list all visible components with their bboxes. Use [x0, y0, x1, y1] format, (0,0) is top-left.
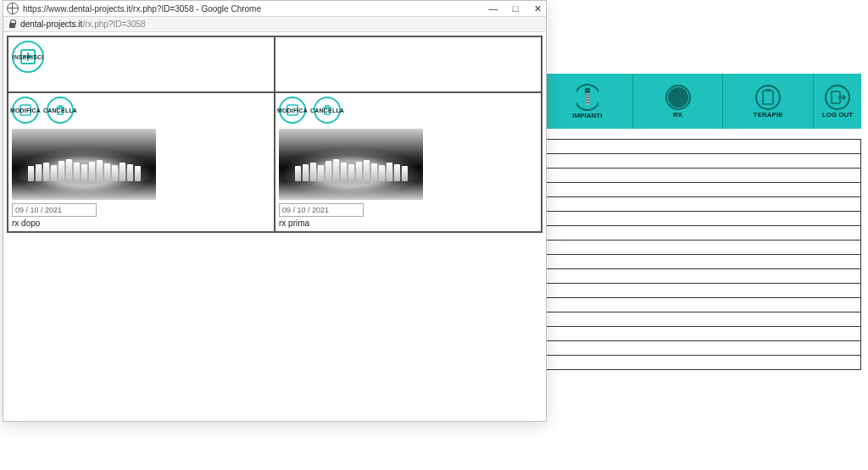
clipboard-icon: [755, 84, 781, 111]
table-row[interactable]: [542, 212, 861, 226]
cancella-button[interactable]: CANCELLA: [314, 97, 341, 124]
modifica-button[interactable]: MODIFICA: [12, 97, 39, 124]
empty-cell: [275, 36, 542, 92]
xray-image[interactable]: [12, 129, 156, 200]
table-row[interactable]: [542, 327, 861, 341]
svg-rect-1: [585, 88, 590, 93]
inserisci-label: INSERISCI: [13, 54, 44, 60]
table-row[interactable]: [542, 169, 861, 183]
table-row[interactable]: [542, 255, 861, 269]
svg-rect-6: [763, 91, 773, 104]
rx-panel-prima: MODIFICA CANCELLA rx prima: [275, 92, 542, 232]
address-bar[interactable]: dental-projects.it/rx.php?ID=3058: [3, 17, 546, 32]
table-row[interactable]: [542, 226, 861, 241]
rx-panel-dopo: MODIFICA CANCELLA rx dopo: [8, 92, 275, 232]
viewer-area: [7, 233, 542, 416]
cancella-label: CANCELLA: [43, 108, 77, 113]
popup-window: https://www.dental-projects.it/rx.php?ID…: [3, 0, 547, 422]
close-button[interactable]: ✕: [532, 3, 542, 14]
svg-rect-7: [765, 89, 771, 91]
table-row[interactable]: [542, 356, 861, 370]
modifica-label: MODIFICA: [277, 108, 308, 113]
nav-label: LOG OUT: [822, 111, 853, 119]
table-row[interactable]: [542, 341, 861, 356]
nav-label: IMPIANTI: [572, 112, 602, 119]
cancella-label: CANCELLA: [310, 108, 344, 113]
radiation-icon: [665, 84, 692, 111]
modifica-button[interactable]: MODIFICA: [279, 97, 306, 124]
maximize-button[interactable]: □: [510, 3, 520, 14]
nav-label: RX: [673, 111, 682, 119]
inserisci-button[interactable]: INSERISCI: [12, 41, 44, 73]
caption: rx prima: [279, 218, 537, 228]
table-row[interactable]: [542, 183, 861, 197]
titlebar: https://www.dental-projects.it/rx.php?ID…: [3, 1, 546, 17]
url-host: dental-projects.it: [20, 19, 82, 29]
nav-label: TERAPIE: [754, 111, 783, 119]
table-row[interactable]: [542, 241, 861, 255]
lock-icon: [8, 19, 16, 29]
nav-rx[interactable]: RX: [633, 74, 724, 129]
table-row[interactable]: [542, 154, 861, 169]
modifica-label: MODIFICA: [10, 108, 41, 113]
date-input[interactable]: [12, 203, 97, 217]
nav-terapie[interactable]: TERAPIE: [723, 74, 814, 129]
table-row[interactable]: [542, 139, 861, 154]
implant-icon: [576, 83, 598, 112]
data-table: [542, 139, 861, 370]
logout-icon: [825, 84, 850, 111]
main-nav: IMPIANTI RX TERAPIE LOG OUT: [542, 74, 861, 129]
nav-impianti[interactable]: IMPIANTI: [542, 74, 633, 129]
caption: rx dopo: [12, 218, 270, 228]
svg-point-4: [676, 95, 681, 100]
window-title: https://www.dental-projects.it/rx.php?ID…: [23, 4, 488, 14]
date-input[interactable]: [279, 203, 364, 217]
globe-icon: [7, 3, 19, 14]
nav-logout[interactable]: LOG OUT: [814, 74, 861, 129]
cancella-button[interactable]: CANCELLA: [47, 97, 74, 124]
minimize-button[interactable]: —: [488, 3, 498, 14]
url-path: /rx.php?ID=3058: [82, 19, 145, 29]
table-row[interactable]: [542, 298, 861, 312]
xray-image[interactable]: [279, 129, 423, 200]
table-row[interactable]: [542, 197, 861, 212]
insert-cell: INSERISCI: [8, 36, 275, 92]
table-row[interactable]: [542, 284, 861, 298]
table-row[interactable]: [542, 269, 861, 284]
table-row[interactable]: [542, 312, 861, 327]
